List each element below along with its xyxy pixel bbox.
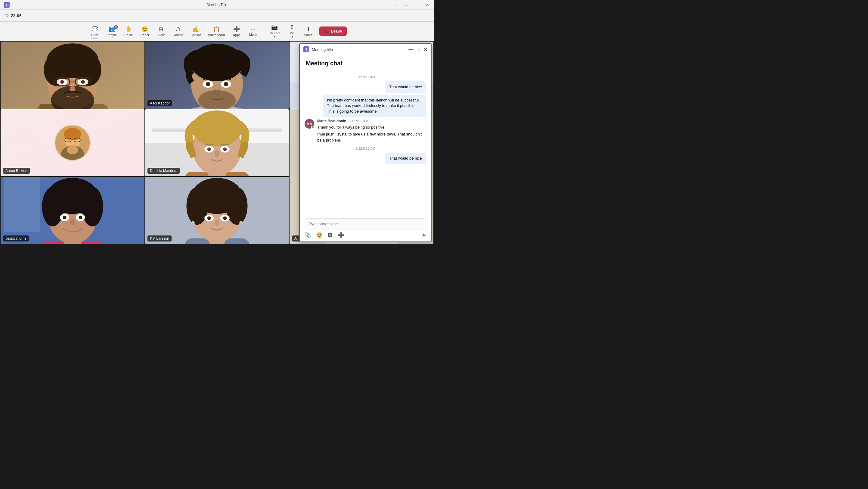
camera-dropdown-arrow: ▾: [274, 35, 275, 38]
video-cell-1: [1, 41, 145, 109]
attach-icon[interactable]: 📎: [305, 232, 311, 239]
svg-point-75: [70, 219, 75, 225]
more-options-icon[interactable]: ➕: [338, 232, 344, 239]
message-text-mb-2: I will push Krystal to give us a few mor…: [317, 131, 426, 143]
chat-toolbar-left: 📎 😊 🖼 ➕: [305, 232, 344, 239]
svg-point-27: [206, 82, 210, 86]
toolbar-item-people[interactable]: 👥 People 9: [103, 24, 120, 38]
share-label: Share: [304, 33, 313, 37]
toolbar-item-apps[interactable]: ➕ Apps: [229, 24, 244, 38]
message-bubble-1: That would be nice: [385, 81, 426, 93]
close-button[interactable]: ✕: [424, 2, 430, 8]
camera-icon: 📷: [271, 24, 278, 31]
svg-point-91: [215, 220, 220, 226]
toolbar-item-react[interactable]: 😊 React: [137, 24, 152, 38]
svg-rect-64: [4, 177, 40, 232]
message-text-mb-1: Thank you for always being so positive: [317, 124, 426, 130]
leave-button[interactable]: 📞 Leave: [319, 27, 347, 36]
react-label: React: [141, 33, 149, 37]
gif-icon[interactable]: 🖼: [328, 232, 333, 239]
message-bubble-2: I'm pretty confident that this launch wi…: [323, 95, 426, 117]
sender-info-1: Marie Beaudouin 5/12 9:15 AM: [317, 119, 426, 123]
share-icon: ⬆: [306, 26, 311, 32]
svg-point-16: [60, 80, 64, 84]
apps-icon: ➕: [233, 26, 240, 32]
chat-input-toolbar: 📎 😊 🖼 ➕ ➤: [305, 232, 426, 239]
online-status-indicator: [311, 126, 314, 129]
chat-titlebar-left: T Meeting title: [303, 47, 333, 52]
svg-point-74: [79, 216, 82, 219]
more-label: More: [249, 33, 257, 36]
person-visual-4: [1, 109, 145, 177]
message-row-right-1: That would be nice: [305, 81, 426, 93]
whiteboard-label: Whiteboard: [208, 33, 225, 37]
chat-minimize-button[interactable]: —: [408, 47, 413, 52]
svg-point-62: [215, 150, 220, 157]
toolbar-item-more[interactable]: ··· More: [245, 24, 260, 38]
copilot-label: Copilot: [190, 33, 201, 37]
chat-titlebar: T Meeting title — □ ✕: [300, 44, 431, 55]
toolbar-separator: [263, 27, 263, 36]
svg-point-69: [42, 187, 63, 226]
title-bar: T Meeting Title ··· — □ ✕: [0, 0, 434, 10]
name-tag-6: Jessica Kline: [3, 236, 29, 242]
people-badge: 9: [114, 25, 118, 29]
message-timestamp-2: 5/12 9:15 AM: [305, 147, 426, 150]
toolbar-item-rooms[interactable]: ⬡ Rooms: [170, 24, 186, 38]
message-input[interactable]: [305, 218, 426, 230]
participant-name-6: Jessica Kline: [5, 236, 27, 241]
emoji-icon[interactable]: 😊: [316, 232, 323, 239]
mic-dropdown-arrow: ▾: [292, 35, 293, 38]
toolbar-item-share[interactable]: ⬆ Share: [301, 24, 316, 38]
svg-point-90: [223, 216, 227, 220]
toolbar-item-whiteboard[interactable]: 📋 Whiteboard: [205, 24, 228, 38]
more-icon: ···: [251, 26, 255, 32]
send-button[interactable]: ➤: [422, 232, 426, 239]
toolbar-item-chat[interactable]: 💬 Chat: [87, 24, 102, 38]
chat-heading: Meeting chat: [300, 55, 431, 69]
chat-maximize-button[interactable]: □: [417, 47, 420, 52]
svg-point-60: [207, 148, 211, 151]
rooms-label: Rooms: [173, 33, 183, 37]
chat-panel: T Meeting title — □ ✕ Meeting chat 5/12 …: [299, 43, 432, 242]
title-bar-left: T: [4, 2, 10, 8]
chat-window-title: Meeting title: [312, 47, 333, 52]
sender-time-mb: 5/12 9:15 AM: [349, 119, 368, 123]
person-visual-1: [1, 41, 145, 109]
toolbar-item-mic[interactable]: 🎙 Mic ▾: [284, 23, 300, 40]
chat-close-button[interactable]: ✕: [424, 47, 427, 52]
whiteboard-icon: 📋: [213, 26, 220, 32]
svg-point-17: [81, 80, 85, 84]
minimize-button[interactable]: —: [403, 2, 410, 8]
chat-messages[interactable]: 5/12 9:15 AM That would be nice I'm pret…: [300, 69, 431, 215]
svg-point-24: [190, 44, 244, 81]
maximize-button[interactable]: □: [415, 2, 420, 8]
name-tag-5: Daniela Mandera: [148, 168, 180, 174]
toolbar-item-copilot[interactable]: ✍ Copilot: [187, 24, 204, 38]
video-cell-2: Aadi Kapoor: [145, 41, 289, 109]
toolbar-item-view[interactable]: ⊞ View: [154, 24, 168, 38]
react-icon: 😊: [142, 26, 148, 32]
message-row-right-2: I'm pretty confident that this launch wi…: [305, 95, 426, 117]
rooms-icon: ⬡: [176, 26, 180, 32]
camera-label: Camera: [269, 31, 280, 35]
window-title: Meeting Title: [207, 3, 227, 7]
toolbar-item-raise[interactable]: ✋ Raise: [121, 24, 136, 38]
chat-titlebar-right: — □ ✕: [408, 47, 427, 52]
more-options-button[interactable]: ···: [393, 2, 399, 8]
name-tag-7: Kat Larsson: [148, 236, 172, 242]
person-visual-5: [145, 109, 289, 177]
sender-avatar-mb: MB: [305, 119, 314, 129]
message-row-right-partial: That would be nice: [305, 153, 426, 164]
shield-icon: 🛡: [5, 13, 9, 18]
message-timestamp-1: 5/12 9:15 AM: [305, 75, 426, 79]
chat-icon: 💬: [92, 26, 98, 32]
message-row-left-1: MB Marie Beaudouin 5/12 9:15 AM Thank yo…: [305, 119, 426, 143]
video-cell-6: Jessica Kline: [1, 177, 145, 244]
participant-name-4: Aaron Buxton: [5, 169, 27, 173]
participant-name-2: Aadi Kapoor: [150, 101, 170, 105]
toolbar-item-camera[interactable]: 📷 Camera ▾: [266, 22, 283, 40]
svg-point-61: [223, 148, 227, 151]
view-icon: ⊞: [159, 26, 163, 32]
apps-label: Apps: [233, 33, 241, 37]
